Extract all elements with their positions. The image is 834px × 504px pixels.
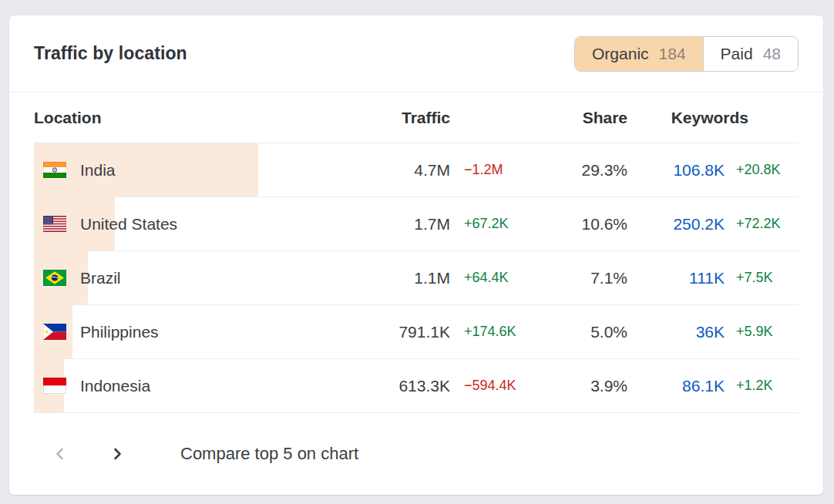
traffic-value: 1.7M <box>373 215 450 234</box>
column-header-keywords: Keywords <box>627 109 799 127</box>
table-row: India 4.7M −1.2M 29.3% 106.8K +20.8K <box>34 143 799 197</box>
traffic-change: +64.4K <box>450 270 550 286</box>
chevron-right-icon <box>109 446 125 462</box>
keywords-change: +20.8K <box>725 162 799 178</box>
traffic-table: Location Traffic Share Keywords India 4.… <box>9 92 823 413</box>
traffic-change: −1.2M <box>450 162 550 178</box>
brazil-flag-icon <box>43 270 66 286</box>
share-value: 10.6% <box>550 215 627 234</box>
location-name: Philippines <box>80 323 159 341</box>
table-header-row: Location Traffic Share Keywords <box>34 92 799 143</box>
share-value: 3.9% <box>550 377 627 395</box>
location-cell: Brazil <box>34 269 373 287</box>
traffic-change: +174.6K <box>450 324 550 340</box>
location-cell: India <box>34 161 373 180</box>
paid-toggle-label: Paid <box>721 45 753 63</box>
keywords-change: +5.9K <box>725 324 799 340</box>
keywords-link[interactable]: 86.1K <box>682 377 725 395</box>
card-header: Traffic by location Organic 184 Paid 48 <box>9 15 823 92</box>
column-header-traffic: Traffic <box>373 109 450 127</box>
location-cell: Philippines <box>34 323 373 341</box>
location-name: Indonesia <box>80 377 150 395</box>
compare-top5-link[interactable]: Compare top 5 on chart <box>180 444 358 464</box>
indonesia-flag-icon <box>43 378 66 394</box>
column-header-location: Location <box>34 109 373 127</box>
organic-toggle-button[interactable]: Organic 184 <box>575 37 703 71</box>
keywords-link[interactable]: 111K <box>689 269 725 287</box>
organic-count-badge: 184 <box>659 45 686 63</box>
keywords-change: +7.5K <box>725 270 799 286</box>
paid-toggle-button[interactable]: Paid 48 <box>703 37 798 71</box>
traffic-value: 4.7M <box>373 161 450 180</box>
philippines-flag-icon <box>43 324 66 340</box>
traffic-value: 791.1K <box>373 323 450 341</box>
traffic-change: −594.4K <box>450 378 550 394</box>
location-name: Brazil <box>80 269 121 287</box>
keywords-link[interactable]: 250.2K <box>673 215 725 233</box>
traffic-by-location-card: Traffic by location Organic 184 Paid 48 … <box>9 15 823 495</box>
location-name: United States <box>80 215 177 234</box>
table-row: Philippines 791.1K +174.6K 5.0% 36K +5.9… <box>34 305 799 359</box>
traffic-value: 613.3K <box>373 377 450 395</box>
keywords-link[interactable]: 106.8K <box>673 161 725 179</box>
widget-title: Traffic by location <box>34 43 187 64</box>
india-flag-icon <box>43 162 66 178</box>
traffic-type-toggle: Organic 184 Paid 48 <box>574 36 799 72</box>
location-cell: United States <box>34 215 373 234</box>
share-value: 7.1% <box>550 269 627 287</box>
location-name: India <box>80 161 116 180</box>
paid-count-badge: 48 <box>763 45 781 63</box>
keywords-change: +1.2K <box>725 378 799 394</box>
card-footer: Compare top 5 on chart <box>9 413 823 495</box>
table-row: Brazil 1.1M +64.4K 7.1% 111K +7.5K <box>34 251 799 305</box>
organic-toggle-label: Organic <box>592 45 649 63</box>
traffic-change: +67.2K <box>450 216 550 232</box>
table-row: United States 1.7M +67.2K 10.6% 250.2K +… <box>34 197 799 251</box>
location-cell: Indonesia <box>34 377 373 395</box>
keywords-link[interactable]: 36K <box>696 323 725 341</box>
column-header-share: Share <box>550 109 627 127</box>
previous-page-button[interactable] <box>43 437 77 471</box>
chevron-left-icon <box>52 446 68 462</box>
keywords-change: +72.2K <box>725 216 799 232</box>
traffic-value: 1.1M <box>373 269 450 287</box>
united-states-flag-icon <box>43 216 66 232</box>
next-page-button[interactable] <box>100 437 134 471</box>
table-row: Indonesia 613.3K −594.4K 3.9% 86.1K +1.2… <box>34 359 799 413</box>
share-value: 29.3% <box>550 161 627 180</box>
share-value: 5.0% <box>550 323 627 341</box>
